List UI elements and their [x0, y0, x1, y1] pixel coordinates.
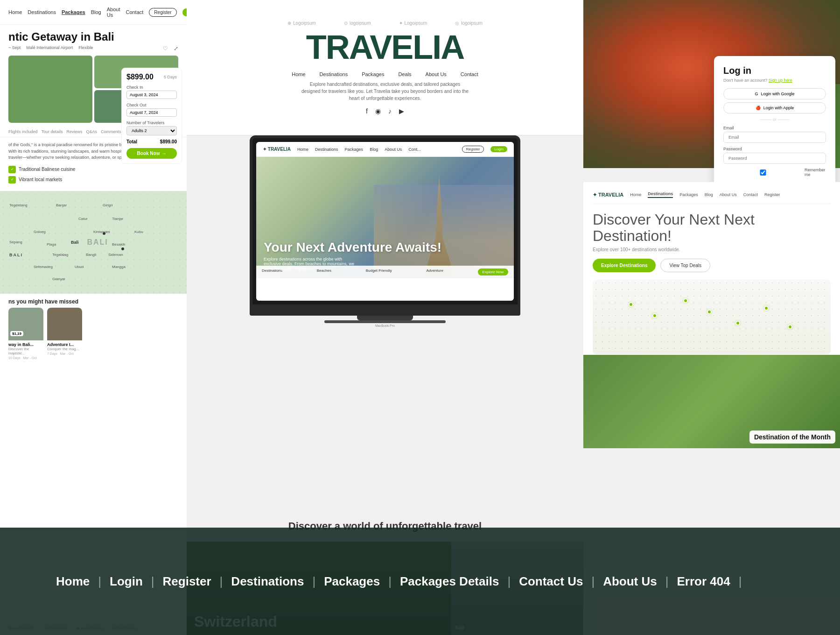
dest-nav-home[interactable]: Home — [630, 192, 641, 197]
register-button[interactable]: Register — [149, 8, 176, 17]
checkout-input[interactable] — [126, 108, 177, 117]
feature-2-label: Vibrant local markets — [19, 177, 62, 182]
footer-destinations[interactable]: Destinations — [231, 571, 304, 593]
laptop-nav-dest: Destinations — [315, 147, 338, 152]
missed-card-2-info: Adventure I... Conquer the mag... 7 Days… — [47, 340, 82, 357]
tab-flights[interactable]: Flights included — [8, 129, 38, 134]
hero-nav-pkg[interactable]: Packages — [362, 71, 384, 77]
laptop-login-btn[interactable]: Login — [490, 146, 507, 152]
map-place-16: Ubud — [75, 265, 84, 269]
hero-logo-row: ⊕ Logoipsum ⊙ logoipsum ✦ Logoipsum ◎ lo… — [287, 21, 483, 26]
total-label: Total — [126, 139, 137, 144]
footer-contact[interactable]: Contact Us — [519, 571, 583, 593]
dest-nav-contact[interactable]: Contact — [743, 192, 758, 197]
laptop-nav: ✦ TRAVELIA Home Destinations Packages Bl… — [256, 142, 514, 157]
dest-nav-pkg[interactable]: Packages — [679, 192, 698, 197]
hero-meta: ~ Sept Malé International Airport Flexib… — [0, 45, 187, 56]
sign-up-link[interactable]: Sign up here — [769, 78, 792, 83]
footer-nav-items: Home | Login | Register | Destinations |… — [56, 571, 784, 593]
explore-dest-btn[interactable]: Explore Destinations — [593, 259, 656, 272]
laptop-register-btn[interactable]: Register — [462, 146, 484, 153]
apple-btn-label: Login with Apple — [763, 106, 794, 110]
travelers-select[interactable]: Adults 2 — [126, 126, 177, 135]
google-login-btn[interactable]: G Login with Google — [723, 88, 826, 99]
map-dot-2 — [121, 247, 124, 250]
gallery-img-1 — [8, 56, 92, 123]
dest-nav: ✦ TRAVELIA Home Destinations Packages Bl… — [593, 191, 831, 204]
laptop-nav-home: Home — [297, 147, 308, 152]
map-place-1: Tegelelang — [9, 203, 28, 207]
email-input[interactable] — [723, 132, 826, 143]
hero-nav-home[interactable]: Home — [292, 71, 305, 77]
dest-nav-dest[interactable]: Destinations — [648, 191, 673, 198]
hero-nav-contact[interactable]: Contact — [461, 71, 478, 77]
top-deals-btn[interactable]: View Top Deals — [660, 259, 710, 272]
laptop-nav-about: About Us — [385, 147, 402, 152]
dest-logo: ✦ TRAVELIA — [593, 192, 623, 198]
laptop-nav-blog: Blog — [370, 147, 378, 152]
footer-home[interactable]: Home — [56, 571, 90, 593]
tab-comments[interactable]: Comments — [101, 129, 121, 134]
remember-checkbox[interactable] — [723, 169, 803, 176]
checkout-label: Check Out — [126, 103, 177, 107]
share-icon[interactable]: ⤢ — [174, 45, 178, 52]
map-place-6: Goloeg — [34, 230, 46, 234]
left-nav: Home Destinations Packages Blog About Us… — [0, 0, 187, 25]
signup-link: Don't have an account? Sign up here — [723, 78, 826, 83]
nav-contact[interactable]: Contact — [126, 9, 143, 15]
hero-nav-deals[interactable]: Deals — [398, 71, 411, 77]
checkin-input[interactable] — [126, 91, 177, 99]
tab-reviews[interactable]: Reviews — [67, 129, 83, 134]
facebook-icon[interactable]: f — [366, 107, 368, 115]
instagram-icon[interactable]: ◉ — [375, 107, 381, 115]
footer-error404[interactable]: Error 404 — [677, 571, 730, 593]
apple-login-btn[interactable]: 🍎 Login with Apple — [723, 102, 826, 113]
laptop-mockup: ✦ TRAVELIA Home Destinations Packages Bl… — [250, 135, 520, 327]
missed-card-2-img — [47, 308, 82, 340]
map-label: BALI — [87, 238, 108, 247]
hero-nav-dest[interactable]: Destinations — [320, 71, 348, 77]
arrow-icon: → — [161, 151, 166, 156]
heart-icon[interactable]: ♡ — [163, 45, 168, 52]
brand-name: TRAVELIA — [306, 30, 464, 64]
nav-packages[interactable]: Packages — [62, 9, 85, 15]
nav-blog[interactable]: Blog — [91, 9, 101, 15]
password-input[interactable] — [723, 153, 826, 164]
laptop-explore-btn[interactable]: Explore Now — [478, 268, 508, 275]
map-place-2: Banjar — [56, 203, 67, 207]
sep-5: | — [388, 571, 392, 593]
footer-packages[interactable]: Packages — [324, 571, 380, 593]
hero-logo-2: ⊙ logoipsum — [344, 21, 371, 26]
dest-nav-about[interactable]: About Us — [720, 192, 737, 197]
footer-about[interactable]: About Us — [603, 571, 657, 593]
tab-qnas[interactable]: Q&As — [86, 129, 98, 134]
map-place-4: Catur — [78, 217, 88, 221]
missed-card-2[interactable]: Adventure I... Conquer the mag... 7 Days… — [47, 308, 82, 361]
book-now-button[interactable]: Book Now → — [126, 148, 177, 159]
tiktok-icon[interactable]: ♪ — [388, 107, 392, 115]
map-place-11: Sepang — [9, 240, 22, 244]
youtube-icon[interactable]: ▶ — [399, 107, 404, 115]
footer-register[interactable]: Register — [163, 571, 211, 593]
dest-nav-blog[interactable]: Blog — [705, 192, 713, 197]
footer-login[interactable]: Login — [110, 571, 143, 593]
nav-home[interactable]: Home — [8, 9, 22, 15]
nav-destinations[interactable]: Destinations — [28, 9, 56, 15]
laptop-nav-cont: Cont... — [408, 147, 421, 152]
map-place-17: Mangga — [112, 265, 126, 269]
missed-card-1[interactable]: $1,19 way in Bali... Discover the majest… — [8, 308, 43, 361]
footer-packages-details[interactable]: Packages Details — [400, 571, 499, 593]
dest-heading-main: Discover Your Next — [593, 211, 720, 228]
dest-nav-register[interactable]: Register — [764, 192, 780, 197]
hero-nav-about[interactable]: About Us — [426, 71, 447, 77]
social-icons: f ◉ ♪ ▶ — [366, 107, 404, 115]
missed-card-1-price: $1,19 — [10, 331, 23, 336]
login-button[interactable]: Login — [182, 8, 187, 16]
tab-tour[interactable]: Tour details — [42, 129, 63, 134]
missed-card-1-sub: Discover the majestic... — [8, 347, 43, 355]
cuisine-icon: ✓ — [8, 166, 16, 173]
map-place-8: Kubu — [134, 230, 143, 234]
book-now-label: Book Now — [137, 151, 160, 156]
nav-about[interactable]: About Us — [107, 7, 120, 18]
map-place-9: Plaga — [47, 242, 56, 247]
